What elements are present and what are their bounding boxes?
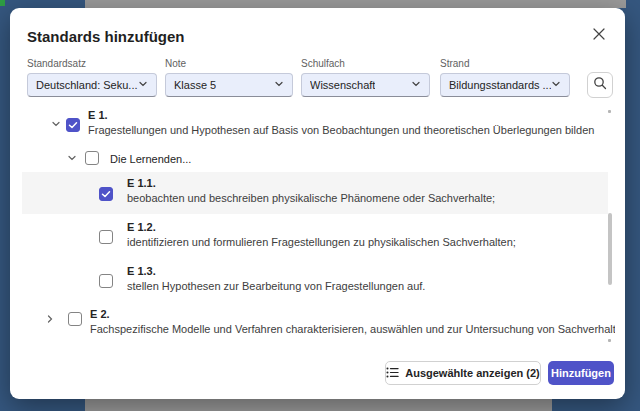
filter-label-standardsatz: Standardsatz: [27, 58, 86, 69]
chevron-down-icon: [551, 79, 561, 91]
search-icon: [593, 76, 607, 94]
node-code: E 1.: [88, 109, 108, 121]
node-text: Fragestellungen und Hypothesen auf Basis…: [88, 124, 594, 136]
chevron-down-icon: [274, 79, 284, 91]
checkbox-e1[interactable]: [66, 118, 80, 132]
node-text: Fachspezifische Modelle und Verfahren ch…: [90, 323, 615, 335]
node-text: stellen Hypothesen zur Bearbeitung von F…: [127, 280, 425, 292]
schulfach-dropdown[interactable]: Wissenschaft: [301, 73, 430, 97]
node-code: E 2.: [90, 308, 110, 320]
chevron-down-icon: [138, 79, 148, 91]
chevron-down-icon[interactable]: [66, 152, 78, 164]
show-selected-button[interactable]: Ausgewählte anzeigen (2): [385, 361, 541, 385]
background-window-top-bar: [85, 0, 626, 8]
note-value: Klasse 5: [174, 79, 216, 91]
schulfach-value: Wissenschaft: [310, 79, 375, 91]
node-code: E 1.3.: [127, 265, 156, 277]
close-button[interactable]: [589, 25, 609, 45]
scroll-up-arrow[interactable]: [608, 110, 611, 113]
chevron-right-icon[interactable]: [44, 313, 56, 325]
note-dropdown[interactable]: Klasse 5: [165, 73, 293, 97]
strand-value: Bildungsstandards ...: [449, 79, 551, 91]
node-text: beobachten und beschreiben physikalische…: [127, 192, 495, 204]
dialog-title: Standards hinzufügen: [27, 28, 185, 45]
scrollbar-thumb[interactable]: [608, 213, 612, 285]
standardsatz-dropdown[interactable]: Deutschland: Seku...: [27, 73, 157, 97]
node-text: identifizieren und formulieren Fragestel…: [127, 236, 516, 248]
search-button[interactable]: [587, 72, 613, 98]
chevron-down-icon[interactable]: [50, 118, 62, 130]
strand-dropdown[interactable]: Bildungsstandards ...: [440, 73, 570, 97]
filter-label-note: Note: [165, 58, 186, 69]
add-button[interactable]: Hinzufügen: [548, 361, 614, 385]
filter-label-strand: Strand: [440, 58, 469, 69]
bulleted-list-icon: [386, 366, 399, 381]
screen-background: Standards hinzufügen Standardsatz Note S…: [0, 0, 640, 411]
add-standards-dialog: Standards hinzufügen Standardsatz Note S…: [10, 8, 625, 399]
checkbox-e1-2[interactable]: [99, 230, 113, 244]
node-code: E 1.2.: [127, 221, 156, 233]
checkbox-e1-1[interactable]: [99, 187, 113, 201]
show-selected-label: Ausgewählte anzeigen (2): [405, 367, 539, 379]
standardsatz-value: Deutschland: Seku...: [36, 79, 138, 91]
checkbox-die-lernenden[interactable]: [85, 151, 99, 165]
filter-label-schulfach: Schulfach: [301, 58, 345, 69]
scroll-down-arrow[interactable]: [608, 339, 611, 342]
checkbox-e1-3[interactable]: [99, 274, 113, 288]
close-icon: [593, 26, 605, 44]
background-window-bottom-bar: [85, 399, 552, 411]
node-text: Die Lernenden...: [110, 153, 191, 165]
node-code: E 1.1.: [127, 177, 156, 189]
chevron-down-icon: [411, 79, 421, 91]
background-accent-pixel: [0, 0, 5, 6]
checkbox-e2[interactable]: [68, 312, 82, 326]
